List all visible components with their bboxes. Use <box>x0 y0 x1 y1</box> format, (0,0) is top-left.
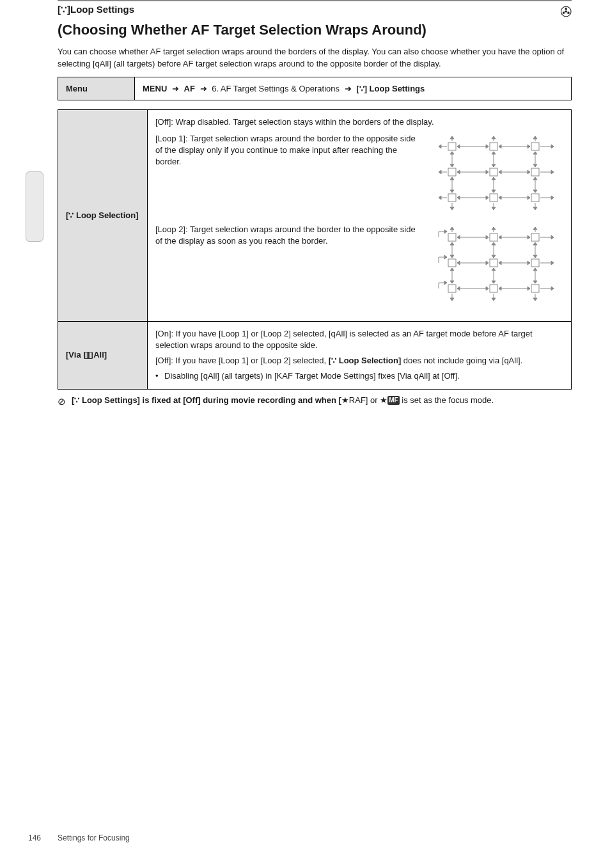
svg-rect-40 <box>490 285 497 292</box>
header-rule <box>58 0 572 1</box>
row-via-all-body: [On]: If you have [Loop 1] or [Loop 2] s… <box>148 321 572 389</box>
all-target-icon-small <box>84 352 93 359</box>
row-via-all-key: [Via All] <box>58 321 148 389</box>
svg-rect-34 <box>490 233 497 241</box>
svg-rect-2 <box>531 143 539 150</box>
svg-rect-4 <box>490 168 497 176</box>
via-all-on: [On]: If you have [Loop 1] or [Loop 2] s… <box>155 328 563 351</box>
svg-rect-33 <box>448 233 456 241</box>
side-tab: 4 <box>26 171 43 242</box>
via-all-off: [Off]: If you have [Loop 1] or [Loop 2] … <box>155 355 563 367</box>
page-subtitle: (Choosing Whether AF Target Selection Wr… <box>58 22 572 38</box>
page-footer-text: Settings for Focusing <box>58 833 130 842</box>
svg-rect-39 <box>448 285 456 292</box>
mf-icon: MF <box>387 396 399 405</box>
loop1-diagram <box>429 133 563 216</box>
title-text: Loop Settings <box>70 4 134 15</box>
title-icon: [∵] <box>58 4 70 15</box>
svg-rect-1 <box>490 143 497 150</box>
svg-rect-41 <box>531 285 539 292</box>
svg-rect-7 <box>490 194 497 201</box>
arrow-icon: ➜ <box>172 84 179 93</box>
star-af-icon: ★ <box>341 395 349 405</box>
via-all-note: • Disabling [qAll] (all targets) in [KAF… <box>155 370 563 382</box>
option-off: [Off]: Wrap disabled. Target selection s… <box>155 116 563 128</box>
svg-rect-5 <box>531 168 539 176</box>
star-icon: ★ <box>380 395 387 405</box>
breadcrumb-path: MENU ➜ AF ➜ 6. AF Target Settings & Oper… <box>135 77 572 100</box>
svg-rect-36 <box>448 259 456 267</box>
svg-rect-37 <box>490 259 497 267</box>
svg-rect-38 <box>531 259 539 267</box>
arrow-icon: ➜ <box>345 84 352 93</box>
footnote: ⊘ [∵ Loop Settings] is fixed at [Off] du… <box>58 395 572 408</box>
loop2-diagram <box>429 224 563 307</box>
movie-mode-icon: ✇ <box>560 4 572 20</box>
option-loop2: [Loop 2]: Target selection wraps around … <box>155 224 429 247</box>
arrow-icon: ➜ <box>200 84 207 93</box>
page-title: [∵]Loop Settings <box>58 4 134 15</box>
svg-rect-3 <box>448 168 456 176</box>
page-number: 146 <box>28 833 41 842</box>
breadcrumb-key: Menu <box>58 77 135 100</box>
note-icon: ⊘ <box>58 395 72 408</box>
description: You can choose whether AF target selecti… <box>58 46 572 70</box>
option-loop1: [Loop 1]: Target selection wraps around … <box>155 133 429 168</box>
svg-rect-35 <box>531 233 539 241</box>
svg-rect-6 <box>448 194 456 201</box>
svg-rect-0 <box>448 143 456 150</box>
row-loop-selection-key: [∵ Loop Selection] <box>58 109 148 321</box>
settings-table: [∵ Loop Selection] [Off]: Wrap disabled.… <box>58 109 572 390</box>
row-loop-selection-body: [Off]: Wrap disabled. Target selection s… <box>148 109 572 321</box>
svg-rect-8 <box>531 194 539 201</box>
breadcrumb-table: Menu MENU ➜ AF ➜ 6. AF Target Settings &… <box>58 77 572 100</box>
